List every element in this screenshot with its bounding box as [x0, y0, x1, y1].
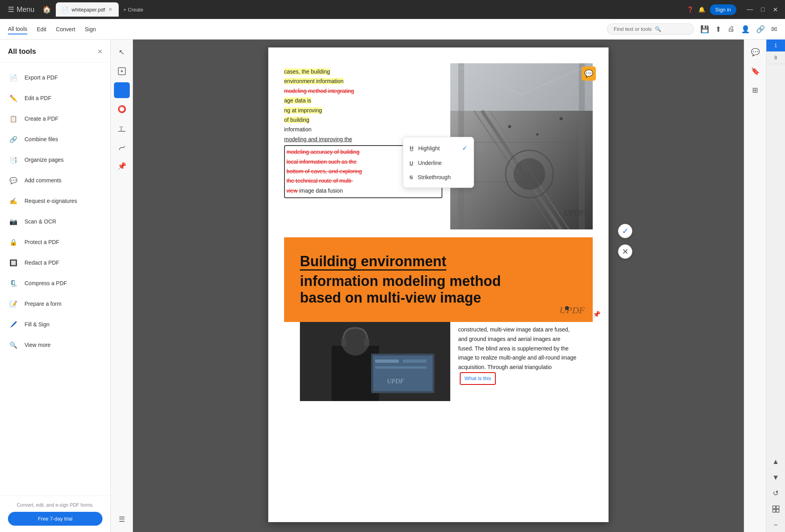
highlighted-text-3: age data is: [284, 97, 311, 104]
zoom-out-button[interactable]: −: [769, 518, 783, 532]
sidebar-item-scan[interactable]: 📷 Scan & OCR: [0, 211, 110, 232]
sidebar-item-combine[interactable]: 🔗 Combine files: [0, 129, 110, 150]
account-icon[interactable]: 👤: [741, 25, 750, 34]
sidebar-item-more[interactable]: 🔍 View more: [0, 335, 110, 355]
active-tab[interactable]: 📄 whitepaper.pdf ✕: [56, 2, 119, 17]
form-icon: 📝: [8, 298, 19, 309]
tab-icon: 📄: [62, 7, 68, 13]
pin-tool-button[interactable]: 📌: [114, 158, 130, 174]
comment-bubble[interactable]: 💬: [582, 66, 596, 81]
esign-icon: ✍️: [8, 195, 19, 206]
pin-annotation[interactable]: 📌: [593, 310, 601, 318]
new-tab-button[interactable]: + Create: [120, 5, 147, 14]
convert-menu-item[interactable]: Convert: [56, 25, 75, 34]
save-icon[interactable]: 💾: [700, 25, 709, 34]
sidebar-item-label-create: Create a PDF: [25, 115, 59, 122]
sidebar-item-compress[interactable]: 🗜️ Compress a PDF: [0, 273, 110, 293]
sidebar-item-label-edit: Edit a PDF: [25, 95, 51, 101]
layout-button[interactable]: [769, 502, 783, 516]
tab-close-button[interactable]: ✕: [108, 7, 112, 12]
right-panel: 💬 🔖 ⊞: [744, 40, 766, 532]
bottom-text-content: constructed, multi-view image data are f…: [458, 326, 576, 370]
edit-menu-item[interactable]: Edit: [37, 25, 46, 34]
sidebar-close-button[interactable]: ✕: [97, 48, 102, 55]
maximize-button[interactable]: □: [758, 5, 767, 14]
minimize-button[interactable]: —: [744, 5, 755, 14]
sidebar-item-form[interactable]: 📝 Prepare a form: [0, 293, 110, 314]
dropdown-strikethrough[interactable]: S Strikethrough: [403, 170, 474, 184]
svg-rect-36: [773, 509, 776, 512]
page-number-8[interactable]: 8: [766, 52, 785, 64]
grid-panel-button[interactable]: ⊞: [747, 82, 763, 98]
what-is-this-tooltip[interactable]: What is this: [460, 372, 496, 385]
page-number-1[interactable]: 1: [766, 40, 785, 52]
page-sidebar: 1 8 ▲ ▼ ↺ −: [766, 40, 785, 532]
pdf-bottom-image: UPDF: [300, 322, 450, 401]
notification-icon[interactable]: 🔔: [698, 6, 705, 13]
menu-tool-button[interactable]: ☰: [114, 511, 130, 527]
sidebar-item-redact[interactable]: 🔲 Redact a PDF: [0, 252, 110, 273]
dropdown-highlight[interactable]: H̲ Highlight ✓: [403, 140, 474, 156]
dot-annotation: [565, 306, 569, 310]
sign-menu-item[interactable]: Sign: [85, 25, 96, 34]
help-icon[interactable]: ❓: [687, 6, 694, 13]
draw-tool-button[interactable]: ⭕: [114, 101, 130, 117]
browser-menu-button[interactable]: ☰ Menu: [5, 4, 38, 15]
strikethrough-menu-icon: S: [410, 174, 413, 180]
orange-subtitle-2: based on multi-view image: [300, 290, 577, 306]
home-button[interactable]: 🏠: [41, 4, 53, 15]
sidebar-item-export[interactable]: 📄 Export a PDF: [0, 67, 110, 88]
select2-tool-button[interactable]: [114, 63, 130, 79]
pdf-bottom-section: UPDF constructed, multi-view image data …: [284, 322, 593, 417]
sidebar-item-esign[interactable]: ✍️ Request e-signatures: [0, 191, 110, 211]
sidebar-item-protect[interactable]: 🔒 Protect a PDF: [0, 232, 110, 252]
strikethrough-text-6: view: [286, 187, 298, 194]
protect-icon: 🔒: [8, 237, 19, 248]
refresh-button[interactable]: ↺: [769, 486, 783, 500]
find-box[interactable]: Find text or tools 🔍: [607, 23, 694, 35]
main-layout: All tools ✕ 📄 Export a PDF ✏️ Edit a PDF…: [0, 40, 785, 532]
window-close-button[interactable]: ✕: [770, 5, 780, 14]
highlighted-text-1: cases, the building: [284, 68, 330, 75]
sidebar-item-fill[interactable]: 🖊️ Fill & Sign: [0, 314, 110, 335]
text-line-5: ng at improving: [284, 106, 442, 115]
all-tools-menu-item[interactable]: All tools: [8, 24, 27, 34]
print-icon[interactable]: 🖨: [728, 25, 735, 33]
sidebar-item-label-form: Prepare a form: [25, 301, 61, 307]
tab-bar: 📄 whitepaper.pdf ✕ + Create: [56, 2, 684, 17]
sidebar-item-organize[interactable]: 📑 Organize pages: [0, 150, 110, 170]
text-line-6: of building: [284, 115, 442, 124]
text-tool-button[interactable]: T: [114, 120, 130, 136]
mail-icon[interactable]: ✉: [771, 25, 777, 34]
app-toolbar: All tools Edit Convert Sign Find text or…: [0, 19, 785, 40]
dropdown-underline[interactable]: U Underline: [403, 156, 474, 170]
scroll-down-button[interactable]: ▼: [769, 470, 783, 485]
bookmarks-panel-button[interactable]: 🔖: [747, 63, 763, 79]
strikethrough-text-1: modeling method integrating: [284, 88, 354, 94]
svg-rect-31: [403, 360, 427, 363]
annotation-close-button[interactable]: ✕: [618, 244, 632, 259]
highlight-tool-button[interactable]: [114, 82, 130, 98]
pdf-bottom-text: constructed, multi-view image data are f…: [458, 322, 577, 401]
highlight-menu-icon: H̲: [410, 145, 413, 151]
updf-watermark-image: UPDF: [564, 208, 585, 218]
sidebar-item-comments[interactable]: 💬 Add comments: [0, 170, 110, 191]
annotation-confirm-button[interactable]: ✓: [618, 224, 632, 238]
search-icon: 🔍: [655, 26, 661, 32]
sign-in-button[interactable]: Sign in: [710, 4, 737, 15]
select-tool-button[interactable]: ↖: [114, 44, 130, 60]
link-icon[interactable]: 🔗: [756, 25, 765, 34]
free-trial-button[interactable]: Free 7-day trial: [8, 512, 102, 526]
sign-tool-button[interactable]: [114, 139, 130, 155]
sidebar-title: All tools: [8, 47, 36, 56]
comments-panel-button[interactable]: 💬: [747, 44, 763, 60]
underlined-text-1: modeling and improving the: [284, 136, 352, 142]
orange-title-line1: Building environment: [300, 253, 577, 270]
sidebar-item-create[interactable]: 📋 Create a PDF: [0, 108, 110, 129]
text-line-7: information: [284, 125, 442, 134]
svg-text:UPDF: UPDF: [387, 378, 404, 384]
sidebar-item-edit[interactable]: ✏️ Edit a PDF: [0, 88, 110, 108]
scroll-up-button[interactable]: ▲: [769, 454, 783, 469]
svg-rect-30: [375, 360, 399, 363]
upload-icon[interactable]: ⬆: [715, 25, 721, 34]
